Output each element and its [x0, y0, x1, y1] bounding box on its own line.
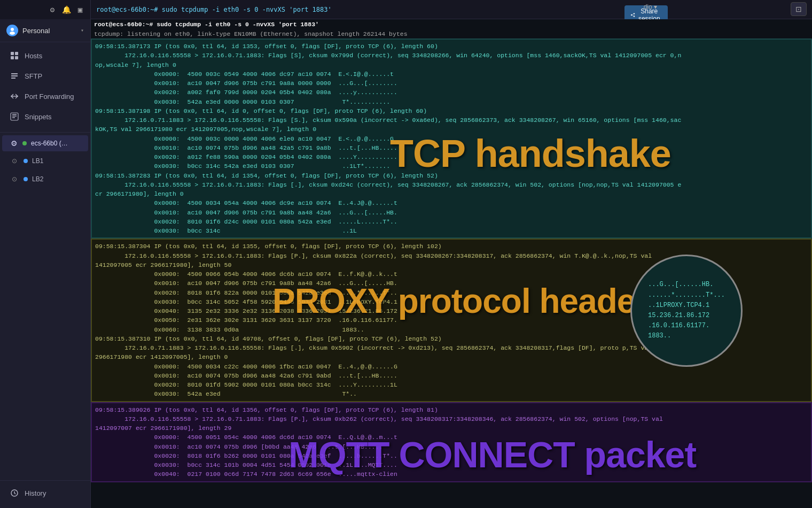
sidebar-connection-lb1-label: LB1 — [32, 157, 43, 165]
terminal-area[interactable]: root@ecs-66b0:~# sudo tcpdump -i eth0 -s… — [91, 19, 812, 508]
hosts-icon — [10, 51, 19, 60]
listening-line: tcpdump: listening on eth0, link-type EN… — [91, 29, 812, 39]
purple-line-2: 172.16.0.116.55558 > 172.16.0.71.1883: F… — [95, 414, 808, 424]
svg-rect-5 — [15, 56, 18, 59]
sidebar: ⚙ 🔔 ▣ Personal ▾ Hosts SFTP Port Forward — [0, 0, 91, 508]
yellow-line-5: 0x0010: ac10 0047 d906 075b c791 9a8b aa… — [95, 279, 808, 288]
teal-line-19: 0x0010: ac10 0047 d906 075b c791 9a8b aa… — [95, 208, 808, 217]
sidebar-nav: Hosts SFTP Port Forwarding Snippets — [0, 42, 90, 130]
sidebar-item-sftp-label: SFTP — [25, 72, 42, 80]
header-bar: root@ecs-66b0:~# sudo tcpdump -i eth0 -s… — [91, 0, 812, 19]
teal-line-7: 0x0030: 542a e3ed 0000 0000 0103 0307 T*… — [95, 97, 808, 106]
sidebar-item-port-forwarding[interactable]: Port Forwarding — [2, 87, 88, 106]
chevron-down-icon: ▾ — [81, 27, 84, 34]
sidebar-item-snippets[interactable]: Snippets — [2, 107, 88, 126]
sidebar-item-sftp[interactable]: SFTP — [2, 66, 88, 86]
svg-point-1 — [10, 32, 15, 35]
history-icon — [10, 488, 19, 498]
gear-active-icon: ⚙ — [10, 139, 18, 148]
yellow-line-17: 0x0030: 542a e3ed T*.. — [95, 389, 808, 398]
teal-line-17: cr 2966171980], length 0 — [95, 189, 808, 198]
yellow-line-15: 0x0010: ac10 0074 075b d906 aa48 42a6 c7… — [95, 371, 808, 380]
sidebar-connection-lb2-label: LB2 — [32, 175, 43, 183]
terminal-block-proxy: 09:58:15.387304 IP (tos 0x0, ttl 64, id … — [91, 238, 812, 402]
svg-point-10 — [634, 16, 635, 17]
purple-line-5: 0x0010: ac10 0074 075b d906 [b0bd aa48 4… — [95, 442, 808, 451]
svg-rect-6 — [11, 113, 18, 120]
sidebar-item-port-forwarding-label: Port Forwarding — [25, 93, 74, 101]
yellow-line-7: 0x0030: b0cc 314c 5052 4f58 5920 5443 50… — [95, 297, 808, 306]
settings-icon[interactable]: ⚙ — [48, 5, 57, 14]
yellow-line-11: 09:58:15.387310 IP (tos 0x0, ttl 64, id … — [95, 334, 808, 343]
sftp-icon — [10, 71, 19, 81]
svg-rect-2 — [11, 52, 14, 55]
yellow-line-6: 0x0020: 8018 01f6 822a 0000 0101 080a 54… — [95, 288, 808, 297]
teal-line-4: 0x0000: 4500 003c 0549 4000 4006 dc97 ac… — [95, 70, 808, 79]
lb2-status-dot — [24, 177, 28, 181]
sidebar-item-snippets-label: Snippets — [25, 113, 52, 121]
svg-point-9 — [634, 13, 635, 14]
yellow-line-16: 0x0020: 8010 01fd 5902 0000 0101 080a b0… — [95, 380, 808, 389]
teal-line-1: 09:58:15.387173 IP (tos 0x0, ttl 64, id … — [95, 42, 808, 51]
layout-icon[interactable]: ▣ — [75, 5, 85, 14]
teal-line-20: 0x0020: 8010 01f6 d24c 0000 0101 080a 54… — [95, 217, 808, 226]
share-icon — [631, 12, 635, 18]
sidebar-item-hosts-label: Hosts — [25, 52, 42, 60]
yellow-line-1: 09:58:15.387304 IP (tos 0x0, ttl 64, id … — [95, 242, 808, 251]
command-prompt-line: root@ecs-66b0:~# sudo tcpdump -i eth0 -s… — [91, 19, 812, 29]
lb2-icon: ⊙ — [10, 174, 19, 184]
lb1-icon: ⊙ — [10, 156, 19, 166]
main-content: root@ecs-66b0:~# sudo tcpdump -i eth0 -s… — [91, 0, 812, 508]
yellow-line-8: 0x0040: 3135 2e32 3336 2e32 3136 2038 33… — [95, 306, 808, 315]
port-forwarding-icon — [10, 91, 19, 101]
purple-line-7: 0x0030: b0cc 314c 101b 0004 4d51 5454 05… — [95, 460, 808, 469]
sidebar-connection-ecs66b0-label: ecs-66b0 (… — [31, 140, 68, 147]
svg-point-0 — [11, 28, 14, 31]
sidebar-connection-lb1[interactable]: ⊙ LB1 — [2, 152, 88, 170]
teal-line-9: 172.16.0.71.1883 > 172.16.0.116.55558: F… — [95, 116, 808, 125]
bell-icon[interactable]: 🔔 — [61, 5, 71, 14]
purple-line-1: 09:58:15.389026 IP (tos 0x0, ttl 64, id … — [95, 405, 808, 414]
teal-line-3: op,wscale 7], length 0 — [95, 60, 808, 70]
purple-line-3: 1412097007 ecr 2966171980], length 29 — [95, 424, 808, 433]
sidebar-item-history-label: History — [25, 489, 46, 497]
snippets-icon — [10, 112, 19, 121]
teal-line-16: 172.16.0.116.55558 > 172.16.0.71.1883: F… — [95, 180, 808, 189]
teal-line-10: kOK,TS val 2966171980 ecr 1412097005,nop… — [95, 125, 808, 134]
yellow-line-4: 0x0000: 4500 0066 054b 4000 4006 dc6b ac… — [95, 270, 808, 279]
teal-line-15: 09:58:15.387283 IP (tos 0x0, ttl 64, id … — [95, 171, 808, 180]
yellow-line-10: 0x0060: 3138 3833 0d0a 1883.. — [95, 325, 808, 334]
workspace-label: Personal — [22, 27, 76, 35]
sidebar-item-history[interactable]: History — [2, 483, 88, 503]
teal-line-18: 0x0000: 4500 0034 054a 4000 4006 dc9e ac… — [95, 198, 808, 207]
sidebar-connection-lb2[interactable]: ⊙ LB2 — [2, 171, 88, 188]
sidebar-connection-ecs66b0[interactable]: ⚙ ecs-66b0 (… — [2, 135, 88, 151]
svg-rect-3 — [15, 52, 18, 55]
svg-rect-4 — [11, 56, 14, 59]
terminal-block-mqtt: 09:58:15.389026 IP (tos 0x0, ttl 64, id … — [91, 402, 812, 482]
workspace-avatar — [6, 25, 18, 36]
terminal-block-tcp-handshake: 09:58:15.387173 IP (tos 0x0, ttl 64, id … — [91, 39, 812, 238]
yellow-line-12: 172.16.0.71.1883 > 172.16.0.116.55558: F… — [95, 343, 808, 352]
lb1-status-dot — [24, 159, 28, 163]
purple-line-8: 0x0040: 0217 0100 0c6d 7174 7478 2d63 6c… — [95, 469, 808, 479]
prompt-text: root@ecs-66b0:~# sudo tcpdump -i eth0 -s… — [94, 21, 319, 28]
yellow-line-3: 1412097005 ecr 2966171980], length 50 — [95, 260, 808, 270]
teal-line-14: 0x0030: b0cc 314c 542a e3ed 0103 0307 ..… — [95, 161, 808, 171]
layout-toggle-button[interactable]: ⊡ — [791, 2, 807, 16]
svg-point-8 — [631, 14, 632, 16]
teal-line-6: 0x0020: a002 faf0 799d 0000 0204 05b4 04… — [95, 88, 808, 97]
workspace-selector[interactable]: Personal ▾ — [0, 19, 90, 42]
teal-line-2: 172.16.0.116.55558 > 172.16.0.71.1883: F… — [95, 51, 808, 60]
connection-status-dot — [22, 141, 27, 145]
sidebar-topbar: ⚙ 🔔 ▣ — [0, 0, 90, 19]
yellow-line-2: 172.16.0.116.55558 > 172.16.0.71.1883: F… — [95, 251, 808, 260]
purple-line-6: 0x0020: 8018 01f6 b262 0000 0101 080a 54… — [95, 451, 808, 460]
yellow-line-13: 2966171980 ecr 1412097005], length 0 — [95, 352, 808, 361]
yellow-line-14: 0x0000: 4500 0034 c22c 4000 4006 1fbc ac… — [95, 362, 808, 371]
teal-line-11: 0x0000: 4500 003c 0000 4000 4006 ele0 ac… — [95, 134, 808, 143]
purple-line-4: 0x0000: 4500 0051 054c 4000 4006 dc6d ac… — [95, 433, 808, 442]
yellow-line-9: 0x0050: 2e31 362e 302e 3131 3620 3631 31… — [95, 315, 808, 325]
sidebar-item-hosts[interactable]: Hosts — [2, 46, 88, 65]
user-label[interactable]: dio ▾ — [644, 3, 657, 11]
